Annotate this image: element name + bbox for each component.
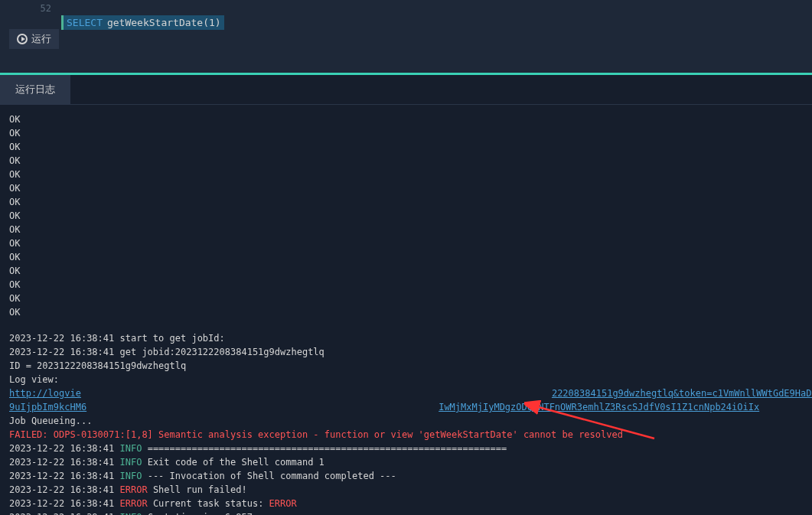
sql-keyword: SELECT bbox=[67, 17, 103, 28]
log-line: 2023-12-22 16:38:41 INFO Exit code of th… bbox=[9, 455, 803, 469]
log-ok-line: OK bbox=[9, 195, 803, 209]
run-button-label: 运行 bbox=[31, 32, 51, 46]
log-line: 2023-12-22 16:38:41 INFO Cost time is: 6… bbox=[9, 510, 803, 515]
log-ok-line: OK bbox=[9, 292, 803, 305]
log-ok-line: OK bbox=[9, 181, 803, 195]
log-ok-line: OK bbox=[9, 112, 803, 126]
log-error-line: FAILED: ODPS-0130071:[1,8] Semantic anal… bbox=[9, 428, 803, 442]
log-line: 2023-12-22 16:38:41 start to get jobId: bbox=[9, 331, 803, 345]
line-number: 52 bbox=[9, 0, 59, 17]
log-ok-line: OK bbox=[9, 278, 803, 292]
log-line: 2023-12-22 16:38:41 INFO --- Invocation … bbox=[9, 469, 803, 483]
log-output[interactable]: OKOKOKOKOKOKOKOKOKOKOKOKOKOKOK 2023-12-2… bbox=[0, 105, 812, 515]
log-line: 2023-12-22 16:38:41 ERROR Shell run fail… bbox=[9, 483, 803, 497]
log-line: 2023-12-22 16:38:41 ERROR Current task s… bbox=[9, 497, 803, 510]
play-circle-icon bbox=[17, 34, 28, 44]
log-ok-line: OK bbox=[9, 305, 803, 319]
log-ok-line: OK bbox=[9, 250, 803, 264]
log-ok-line: OK bbox=[9, 126, 803, 140]
sql-function-call: getWeekStartDate(1) bbox=[107, 17, 221, 28]
log-ok-line: OK bbox=[9, 223, 803, 236]
log-ok-line: OK bbox=[9, 209, 803, 223]
log-line: Job Queueing... bbox=[9, 414, 803, 428]
log-line: 2023-12-22 16:38:41 get jobid:2023122208… bbox=[9, 345, 803, 359]
log-ok-line: OK bbox=[9, 154, 803, 168]
log-line: 2023-12-22 16:38:41 INFO ===============… bbox=[9, 442, 803, 455]
code-line[interactable]: SELECT getWeekStartDate(1) bbox=[61, 12, 224, 32]
tab-strip: 运行日志 bbox=[0, 73, 812, 105]
log-ok-line: OK bbox=[9, 264, 803, 278]
log-line: ID = 2023122208384151g9dwzhegtlq bbox=[9, 359, 803, 373]
log-ok-line: OK bbox=[9, 236, 803, 250]
log-link[interactable]: http://logvie22208384151g9dwzhegtlq&toke… bbox=[9, 386, 803, 400]
log-ok-line: OK bbox=[9, 140, 803, 154]
log-link[interactable]: 9uIjpbIm9kcHM6IwMjMxMjIyMDgzODQxNTFnOWR3… bbox=[9, 400, 803, 414]
tab-run-log[interactable]: 运行日志 bbox=[0, 75, 70, 104]
run-button[interactable]: 运行 bbox=[9, 29, 59, 49]
log-ok-line: OK bbox=[9, 168, 803, 181]
log-line: Log view: bbox=[9, 373, 803, 386]
